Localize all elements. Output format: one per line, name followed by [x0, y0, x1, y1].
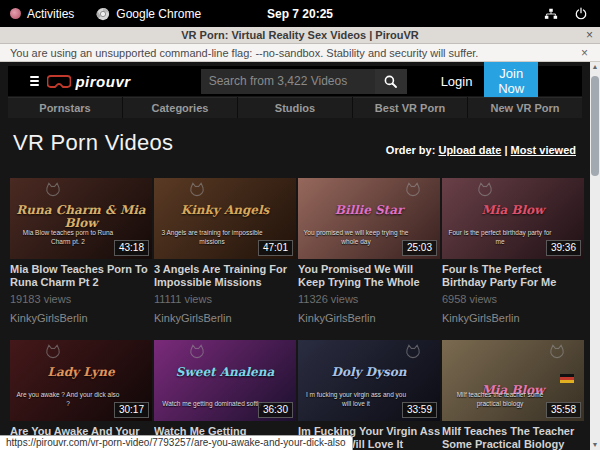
video-title[interactable]: Mia Blow Teaches Porn To Runa Charm Pt 2: [10, 263, 152, 288]
german-flag-decoration: [560, 374, 574, 383]
page-title: VR Porn Videos: [13, 130, 173, 156]
video-thumbnail[interactable]: Sweet Analena Watch me getting dominated…: [154, 340, 296, 421]
thumbnail-overlay-title: Mia Blow: [446, 204, 580, 217]
page-head: VR Porn Videos Order by: Upload date | M…: [0, 118, 590, 156]
video-title[interactable]: You Promised We Will Keep Trying The Who…: [298, 263, 440, 288]
thumbnail-overlay-title: Lady Lyne: [14, 366, 148, 379]
studio-watermark-icon: [44, 181, 62, 199]
duration-badge: 36:30: [258, 402, 293, 418]
thumbnail-overlay-subtitle: Milf teaches the teacher some practical …: [446, 391, 554, 408]
login-link[interactable]: Login: [441, 74, 473, 89]
warning-infobar: You are using an unsupported command-lin…: [0, 44, 600, 62]
video-thumbnail[interactable]: Doly Dyson I m fucking your virgin ass a…: [298, 340, 440, 421]
view-count: 6958 views: [442, 293, 584, 305]
video-thumbnail[interactable]: Kinky Angels 3 Angels are training for i…: [154, 178, 296, 259]
studio-watermark-icon: [404, 343, 422, 361]
search-input[interactable]: [201, 69, 375, 94]
duration-badge: 43:18: [114, 240, 149, 256]
video-card[interactable]: Sweet Analena Watch me getting dominated…: [154, 340, 296, 450]
search-icon: [384, 75, 397, 88]
nav-item-studios[interactable]: Studios: [238, 97, 352, 118]
order-link-most-viewed[interactable]: Most viewed: [511, 144, 576, 156]
studio-link[interactable]: KinkyGirlsBerlin: [442, 312, 584, 324]
window-titlebar: VR Porn: Virtual Reality Sex Videos | Pi…: [0, 27, 600, 44]
order-by: Order by: Upload date | Most viewed: [386, 144, 576, 156]
studio-watermark-icon: [404, 181, 422, 199]
video-title[interactable]: Milf Teaches The Teacher Some Practical …: [442, 425, 584, 450]
thumbnail-overlay-title: Doly Dyson: [302, 366, 436, 379]
video-card[interactable]: Lady Lyne Are you awake ? And your dick …: [10, 340, 152, 450]
thumbnail-overlay-title: Runa Charm & Mia Blow: [14, 204, 148, 229]
window-title: VR Porn: Virtual Reality Sex Videos | Pi…: [0, 29, 600, 41]
warning-text: You are using an unsupported command-lin…: [10, 47, 581, 59]
studio-watermark-icon: [44, 343, 62, 361]
thumbnail-overlay-subtitle: Four is the perfect birthday party for m…: [446, 229, 554, 246]
order-separator: |: [504, 144, 507, 156]
site-header: pirouvr Login Join Now: [8, 66, 582, 96]
studio-watermark-icon: [188, 181, 206, 199]
nav-item-new-vr-porn[interactable]: New VR Porn: [468, 97, 582, 118]
search-button[interactable]: [375, 69, 407, 94]
thumbnail-overlay-title: Sweet Analena: [158, 366, 292, 379]
scrollbar-thumb[interactable]: [591, 76, 599, 176]
video-title[interactable]: Four Is The Perfect Birthday Party For M…: [442, 263, 584, 288]
video-thumbnail[interactable]: Runa Charm & Mia Blow Mia Blow teaches p…: [10, 178, 152, 259]
studio-watermark-icon: [548, 343, 566, 361]
studio-watermark-icon: [476, 181, 494, 199]
duration-badge: 39:36: [546, 240, 581, 256]
thumbnail-overlay-title: Billie Star: [302, 204, 436, 217]
thumbnail-overlay-subtitle: Watch me getting dominated softly: [158, 400, 266, 408]
scrollbar-up-arrow[interactable]: ▲: [590, 62, 600, 72]
video-thumbnail[interactable]: Mia Blow Milf teaches the teacher some p…: [442, 340, 584, 421]
scrollbar-down-arrow[interactable]: ▼: [590, 440, 600, 450]
view-count: 11111 views: [154, 293, 296, 305]
view-count: 19183 views: [10, 293, 152, 305]
studio-watermark-icon: [188, 343, 206, 361]
main-nav: Pornstars Categories Studios Best VR Por…: [8, 97, 582, 118]
video-card[interactable]: Doly Dyson I m fucking your virgin ass a…: [298, 340, 440, 450]
window-close-button[interactable]: ×: [586, 27, 593, 43]
network-icon[interactable]: [544, 7, 558, 21]
studio-link[interactable]: KinkyGirlsBerlin: [10, 312, 152, 324]
duration-badge: 30:17: [114, 402, 149, 418]
studio-link[interactable]: KinkyGirlsBerlin: [154, 312, 296, 324]
duration-badge: 25:03: [402, 240, 437, 256]
thumbnail-overlay-subtitle: I m fucking your virgin ass and you will…: [302, 391, 410, 408]
video-thumbnail[interactable]: Lady Lyne Are you awake ? And your dick …: [10, 340, 152, 421]
vr-goggles-icon: [47, 74, 71, 89]
video-card[interactable]: Mia Blow Four is the perfect birthday pa…: [442, 178, 584, 324]
view-count: 11326 views: [298, 293, 440, 305]
hamburger-menu-icon[interactable]: [30, 74, 39, 88]
thumbnail-overlay-title: Kinky Angels: [158, 204, 292, 217]
thumbnail-overlay-subtitle: Are you awake ? And your dick also ?: [14, 391, 122, 408]
video-card[interactable]: Billie Star You promised we will keep tr…: [298, 178, 440, 324]
nav-item-best-vr-porn[interactable]: Best VR Porn: [353, 97, 467, 118]
join-now-button[interactable]: Join Now: [484, 62, 538, 102]
power-icon[interactable]: [574, 7, 588, 21]
video-thumbnail[interactable]: Mia Blow Four is the perfect birthday pa…: [442, 178, 584, 259]
order-by-label: Order by:: [386, 144, 436, 156]
video-title[interactable]: 3 Angels Are Training For Impossible Mis…: [154, 263, 296, 288]
warning-close-button[interactable]: ×: [581, 46, 588, 60]
page-content: pirouvr Login Join Now Pornstars Categor…: [0, 62, 590, 450]
nav-item-categories[interactable]: Categories: [123, 97, 237, 118]
order-link-upload-date[interactable]: Upload date: [438, 144, 501, 156]
site-logo[interactable]: pirouvr: [47, 73, 130, 90]
nav-item-pornstars[interactable]: Pornstars: [8, 97, 122, 118]
studio-link[interactable]: KinkyGirlsBerlin: [298, 312, 440, 324]
duration-badge: 33:59: [402, 402, 437, 418]
duration-badge: 35:58: [546, 402, 581, 418]
clock[interactable]: Sep 7 20:25: [0, 7, 600, 21]
thumbnail-overlay-subtitle: Mia Blow teaches porn to Runa Charm pt. …: [14, 229, 122, 246]
browser-viewport: pirouvr Login Join Now Pornstars Categor…: [0, 62, 600, 450]
duration-badge: 47:01: [258, 240, 293, 256]
gnome-top-bar: Activities Google Chrome Sep 7 20:25: [0, 0, 600, 27]
video-card[interactable]: Mia Blow Milf teaches the teacher some p…: [442, 340, 584, 450]
video-thumbnail[interactable]: Billie Star You promised we will keep tr…: [298, 178, 440, 259]
video-card[interactable]: Runa Charm & Mia Blow Mia Blow teaches p…: [10, 178, 152, 324]
video-grid-row-2: Lady Lyne Are you awake ? And your dick …: [10, 340, 590, 450]
video-card[interactable]: Kinky Angels 3 Angels are training for i…: [154, 178, 296, 324]
thumbnail-overlay-subtitle: 3 Angels are training for impossible mis…: [158, 229, 266, 246]
page-scrollbar[interactable]: ▲ ▼: [590, 62, 600, 450]
site-logo-text: pirouvr: [75, 73, 130, 90]
